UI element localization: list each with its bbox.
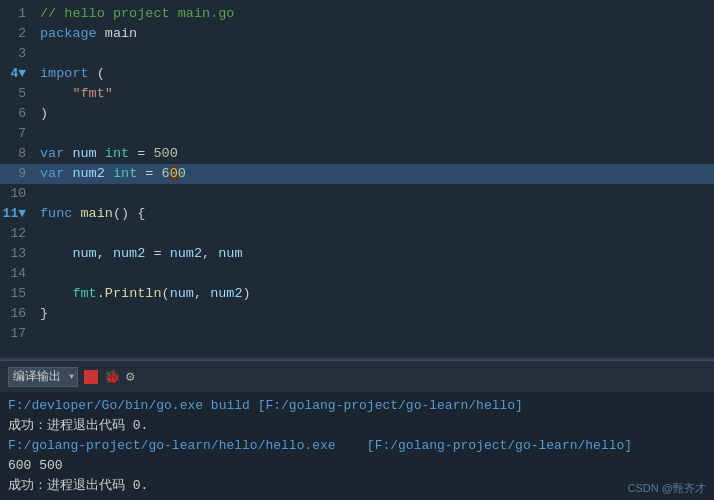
line-content-8: var num int = 500	[36, 144, 714, 164]
code-line-4: 4▼ import (	[0, 64, 714, 84]
output-type-select[interactable]: 编译输出	[8, 367, 78, 387]
line-number-1: 1	[0, 4, 36, 24]
line-number-8: 8	[0, 144, 36, 164]
output-panel: 编译输出 🐞 ⚙ F:/devloper/Go/bin/go.exe build…	[0, 360, 714, 500]
line-content-2: package main	[36, 24, 714, 44]
line-content-6: )	[36, 104, 714, 124]
output-line-2: 成功：进程退出代码 0.	[8, 416, 706, 436]
output-line-3: F:/golang-project/go-learn/hello/hello.e…	[8, 436, 706, 456]
line-number-16: 16	[0, 304, 36, 324]
code-line-7: 7	[0, 124, 714, 144]
line-content-4: import (	[36, 64, 714, 84]
line-content-13: num, num2 = num2, num	[36, 244, 714, 264]
code-line-3: 3	[0, 44, 714, 64]
output-console: F:/devloper/Go/bin/go.exe build [F:/gola…	[0, 392, 714, 500]
code-line-16: 16 }	[0, 304, 714, 324]
code-editor: 1 // hello project main.go 2 package mai…	[0, 0, 714, 358]
code-line-13: 13 num, num2 = num2, num	[0, 244, 714, 264]
output-label-wrapper[interactable]: 编译输出	[8, 367, 78, 387]
line-number-9: 9	[0, 164, 36, 184]
code-line-14: 14	[0, 264, 714, 284]
stop-button[interactable]	[84, 370, 98, 384]
code-line-8: 8 var num int = 500	[0, 144, 714, 164]
watermark: CSDN @甄齐才	[628, 481, 706, 496]
line-content-16: }	[36, 304, 714, 324]
debug-icon[interactable]: 🐞	[104, 369, 120, 385]
code-line-12: 12	[0, 224, 714, 244]
line-content-3	[36, 44, 714, 64]
code-line-17: 17	[0, 324, 714, 344]
line-number-2: 2	[0, 24, 36, 44]
line-content-14	[36, 264, 714, 284]
line-content-12	[36, 224, 714, 244]
line-number-7: 7	[0, 124, 36, 144]
line-number-4: 4▼	[0, 64, 36, 84]
line-content-1: // hello project main.go	[36, 4, 714, 24]
code-line-2: 2 package main	[0, 24, 714, 44]
code-line-5: 5 "fmt"	[0, 84, 714, 104]
line-number-12: 12	[0, 224, 36, 244]
line-number-13: 13	[0, 244, 36, 264]
code-line-1: 1 // hello project main.go	[0, 4, 714, 24]
line-content-9: var num2 int = 600	[36, 164, 714, 184]
line-number-15: 15	[0, 284, 36, 304]
line-number-17: 17	[0, 324, 36, 344]
line-content-5: "fmt"	[36, 84, 714, 104]
settings-icon[interactable]: ⚙	[126, 368, 134, 385]
output-header: 编译输出 🐞 ⚙	[0, 360, 714, 392]
line-content-15: fmt.Println(num, num2)	[36, 284, 714, 304]
line-content-10	[36, 184, 714, 204]
output-line-5: 成功：进程退出代码 0.	[8, 476, 706, 496]
output-line-1: F:/devloper/Go/bin/go.exe build [F:/gola…	[8, 396, 706, 416]
line-content-7	[36, 124, 714, 144]
line-content-17	[36, 324, 714, 344]
line-number-11: 11▼	[0, 204, 36, 224]
line-number-5: 5	[0, 84, 36, 104]
line-content-11: func main() {	[36, 204, 714, 224]
output-line-4: 600 500	[8, 456, 706, 476]
line-number-6: 6	[0, 104, 36, 124]
code-line-10: 10	[0, 184, 714, 204]
line-number-10: 10	[0, 184, 36, 204]
line-number-14: 14	[0, 264, 36, 284]
code-line-11: 11▼ func main() {	[0, 204, 714, 224]
line-number-3: 3	[0, 44, 36, 64]
code-line-6: 6 )	[0, 104, 714, 124]
code-line-9: 9 var num2 int = 600	[0, 164, 714, 184]
code-line-15: 15 fmt.Println(num, num2)	[0, 284, 714, 304]
